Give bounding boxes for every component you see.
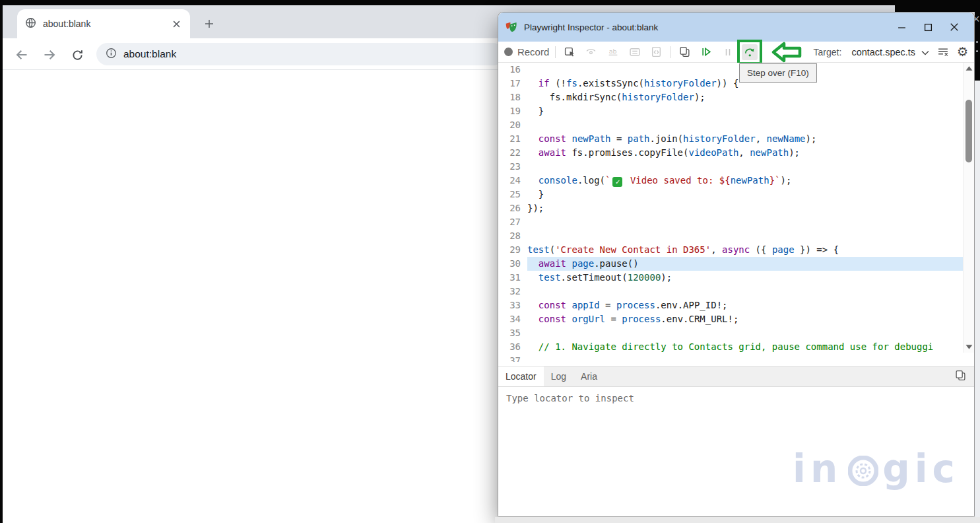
line-number: 37 <box>498 354 527 362</box>
close-button[interactable] <box>941 17 967 37</box>
step-over-tooltip: Step over (F10) <box>739 63 817 83</box>
code-line: 34 const orgUrl = process.env.CRM_URL!; <box>498 312 963 326</box>
record-button[interactable]: Record <box>517 46 549 57</box>
code-line: 27 <box>498 215 963 229</box>
settings-gear-icon[interactable]: ⚙ <box>957 46 968 58</box>
reload-button[interactable] <box>69 46 86 63</box>
code-line: 23 <box>498 160 963 174</box>
line-number: 29 <box>498 243 527 257</box>
back-button[interactable] <box>13 46 30 63</box>
line-number: 23 <box>498 160 527 174</box>
svg-text:ab: ab <box>608 48 616 55</box>
line-number: 24 <box>498 174 527 188</box>
left-screen-edge <box>0 0 3 523</box>
url-text: about:blank <box>123 48 176 60</box>
copy-icon[interactable] <box>676 44 692 60</box>
bottom-panel-tabs: Locator Log Aria <box>498 366 974 387</box>
code-line: 22 await fs.promises.copyFile(videoPath,… <box>498 146 963 160</box>
code-line: 21 const newPath = path.join(historyFold… <box>498 132 963 146</box>
code-line: 26}); <box>498 201 963 215</box>
code-line: 36 // 1. Navigate directly to Contacts g… <box>498 340 963 354</box>
menu-dot-icon <box>976 41 978 43</box>
assert-value-icon <box>627 44 643 60</box>
code-line: 37 <box>498 354 963 362</box>
record-icon[interactable] <box>504 48 513 56</box>
pick-locator-icon[interactable] <box>562 44 577 60</box>
tab-aria[interactable]: Aria <box>573 366 604 386</box>
code-line: 20 <box>498 118 963 132</box>
right-screen-edge: ✕ <box>975 0 980 81</box>
line-number: 35 <box>498 326 527 340</box>
clear-log-icon[interactable] <box>935 44 951 60</box>
page-info-icon[interactable] <box>106 48 117 61</box>
code-line: 17 if (!fs.existsSync(historyFolder)) { <box>498 77 963 90</box>
inspector-title-bar[interactable]: Playwright Inspector - about:blank <box>498 13 974 42</box>
code-line: 29test('Create New Contact in D365', asy… <box>498 243 963 257</box>
code-line: 16 <box>498 63 963 77</box>
v-scrollbar-thumb[interactable] <box>965 100 972 162</box>
annotation-arrow-icon <box>771 42 802 63</box>
line-number: 16 <box>498 63 527 77</box>
line-number: 20 <box>498 118 527 132</box>
line-number: 31 <box>498 271 527 285</box>
target-label: Target: <box>814 47 842 57</box>
target-select[interactable]: contact.spec.ts <box>851 47 915 57</box>
line-number: 27 <box>498 215 527 229</box>
line-number: 36 <box>498 340 527 354</box>
inogic-watermark: in gic <box>793 446 960 491</box>
right-edge-lower <box>975 81 980 523</box>
line-number: 18 <box>498 90 527 104</box>
minimize-button[interactable] <box>888 17 915 37</box>
locator-panel[interactable]: Type locator to inspect in gic <box>498 387 974 516</box>
maximize-button[interactable] <box>915 17 941 37</box>
line-number: 30 <box>498 257 527 271</box>
code-line: 24 console.log(`✓ Video saved to: ${newP… <box>498 174 963 188</box>
forward-button[interactable] <box>41 46 58 63</box>
code-line: 18 fs.mkdirSync(historyFolder); <box>498 90 963 104</box>
code-line: 35 <box>498 326 963 340</box>
visibility-icon <box>583 44 599 60</box>
inspector-toolbar: Record ab <box>498 42 974 63</box>
globe-favicon-icon <box>25 17 36 31</box>
toolbar-divider <box>670 46 670 58</box>
code-line: 25 } <box>498 188 963 201</box>
bottom-edge-under-window <box>495 517 980 523</box>
line-number: 34 <box>498 312 527 326</box>
pause-icon <box>720 44 736 60</box>
assert-snapshot-icon <box>649 44 665 60</box>
address-bar[interactable]: about:blank <box>96 43 504 65</box>
code-line: 30 await page.pause() <box>498 257 963 271</box>
menu-dot-icon <box>976 50 978 52</box>
copy-locator-icon[interactable] <box>955 370 966 384</box>
line-number: 19 <box>498 104 527 118</box>
step-over-icon[interactable] <box>742 44 758 60</box>
resume-icon[interactable] <box>698 44 714 60</box>
top-screen-edge <box>0 0 980 5</box>
chevron-down-icon[interactable] <box>921 46 929 58</box>
tab-locator[interactable]: Locator <box>498 366 544 386</box>
line-number: 28 <box>498 229 527 243</box>
vertical-scrollbar[interactable] <box>963 63 974 353</box>
code-line: 33 const appId = process.env.APP_ID!; <box>498 298 963 312</box>
browser-tab[interactable]: about:blank <box>17 9 190 38</box>
line-number: 26 <box>498 201 527 215</box>
code-line: 28 <box>498 229 963 243</box>
new-tab-button[interactable] <box>201 15 218 32</box>
toolbar-divider <box>555 46 556 58</box>
code-line: 32 <box>498 285 963 298</box>
window-title: Playwright Inspector - about:blank <box>524 22 888 32</box>
code-editor[interactable]: 1617 if (!fs.existsSync(historyFolder)) … <box>498 63 974 362</box>
assert-text-icon: ab <box>605 44 621 60</box>
tab-close-icon[interactable] <box>170 18 182 30</box>
line-number: 22 <box>498 146 527 160</box>
code-lines: 1617 if (!fs.existsSync(historyFolder)) … <box>498 63 963 362</box>
playwright-inspector-window: Playwright Inspector - about:blank Recor… <box>498 12 975 517</box>
code-line: 19 } <box>498 104 963 118</box>
line-number: 21 <box>498 132 527 146</box>
locator-placeholder: Type locator to inspect <box>498 387 974 409</box>
background-close-icon: ✕ <box>975 13 980 25</box>
inogic-logo-o-icon <box>848 456 878 486</box>
line-number: 33 <box>498 298 527 312</box>
tab-log[interactable]: Log <box>544 366 573 386</box>
playwright-logo-icon <box>505 19 518 35</box>
